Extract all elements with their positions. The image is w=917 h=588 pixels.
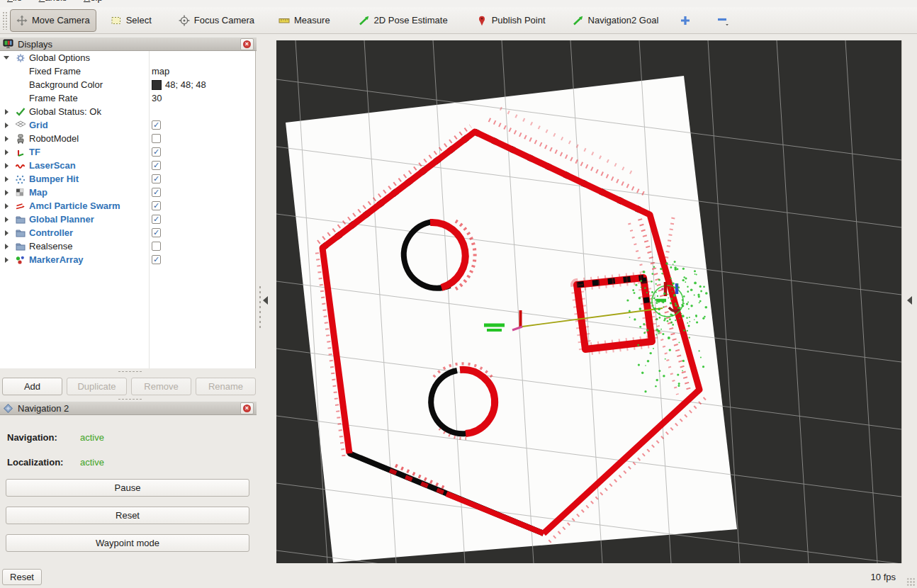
amcl-checkbox[interactable] [152,201,161,210]
navigation-status-value: active [80,432,104,443]
duplicate-button[interactable]: Duplicate [67,378,127,395]
add-button[interactable]: Add [2,378,62,395]
3d-viewport[interactable] [276,40,901,563]
expander-right-icon[interactable] [3,203,10,209]
remove-tool-button[interactable] [711,10,735,31]
laserscan-icon [15,161,26,171]
expander-right-icon[interactable] [3,123,10,128]
bumper-hit-checkbox[interactable] [152,174,161,183]
displays-tree[interactable]: Global Options Fixed Frame map Backgroun… [0,51,256,368]
nav2-close-button[interactable] [240,402,254,414]
expander-right-icon[interactable] [3,217,10,222]
controller-checkbox[interactable] [152,228,161,237]
expander-down-icon[interactable] [3,56,10,60]
menu-panels[interactable]: Panels [39,0,67,3]
pose-estimate-label: 2D Pose Estimate [374,15,448,26]
splitter-handle[interactable] [118,371,142,373]
background-color-value[interactable]: 48; 48; 48 [165,79,206,90]
frame-rate-value[interactable]: 30 [152,93,162,103]
pause-button[interactable]: Pause [6,479,249,497]
tree-row-markerarray[interactable]: MarkerArray [0,253,255,266]
right-panel-strip[interactable] [901,40,917,563]
publish-point-pin-icon [476,15,488,26]
tree-row-fixed-frame[interactable]: Fixed Frame map [0,64,255,78]
move-camera-icon [16,15,28,26]
expander-right-icon[interactable] [3,244,10,249]
reset-nav-button[interactable]: Reset [6,507,249,524]
tree-row-laserscan[interactable]: LaserScan [0,159,255,172]
expander-right-icon[interactable] [3,109,10,115]
displays-panel-header[interactable]: Displays [0,37,257,51]
tree-row-map[interactable]: Map [0,186,255,199]
resize-grip[interactable] [906,577,916,587]
expander-right-icon[interactable] [3,257,10,263]
3d-scene [276,40,901,563]
status-bar: Reset 10 fps [0,563,917,588]
tree-row-amcl[interactable]: Amcl Particle Swarm [0,199,255,213]
remove-button[interactable]: Remove [131,378,191,395]
tree-row-bumper-hit[interactable]: Bumper Hit [0,172,255,186]
collapse-left-icon[interactable] [907,296,912,305]
focus-camera-tool[interactable]: Focus Camera [173,10,260,31]
map-icon [15,188,26,198]
display-label-global-planner: Global Planner [29,214,94,225]
expander-right-icon[interactable] [3,176,10,182]
tree-row-global-planner[interactable]: Global Planner [0,213,255,226]
toolbar: Move Camera Select Focus Camera Measure [0,7,917,34]
waypoint-mode-button[interactable]: Waypoint mode [6,534,249,552]
laserscan-checkbox[interactable] [152,161,161,170]
tree-row-realsense[interactable]: Realsense [0,239,255,253]
displays-panel-title: Displays [18,39,236,50]
reset-view-button[interactable]: Reset [2,569,42,585]
nav-goal-arrow-icon [573,15,584,26]
pose-estimate-tool[interactable]: 2D Pose Estimate [353,10,454,31]
grid-checkbox[interactable] [152,120,161,130]
nav2-panel-header[interactable]: Navigation 2 [0,401,257,415]
left-panel-column: Displays Global Options Fixed Frame map [0,37,257,563]
expander-right-icon[interactable] [3,230,10,236]
color-swatch[interactable] [152,80,162,90]
select-icon [111,15,122,26]
tree-row-global-status[interactable]: Global Status: Ok [0,105,255,118]
menu-file[interactable]: File [7,0,22,3]
expander-right-icon[interactable] [3,136,10,142]
display-label-bumper-hit: Bumper Hit [29,174,79,184]
realsense-checkbox[interactable] [152,242,161,251]
display-label-tf: TF [29,147,40,157]
expander-right-icon[interactable] [3,163,10,169]
tree-row-background-color[interactable]: Background Color 48; 48; 48 [0,78,255,91]
marker-array-icon [15,255,26,265]
expander-right-icon[interactable] [3,149,10,155]
robotmodel-checkbox[interactable] [152,134,161,143]
displays-close-button[interactable] [240,38,254,50]
bumper-hit-dots-icon [15,174,26,184]
tree-row-grid[interactable]: Grid [0,118,255,132]
tree-row-frame-rate[interactable]: Frame Rate 30 [0,91,255,105]
add-tool-button[interactable] [674,10,697,31]
fixed-frame-value[interactable]: map [152,66,169,77]
rename-button[interactable]: Rename [196,378,256,395]
close-icon [243,405,251,412]
collapse-left-icon[interactable] [263,296,268,305]
tree-row-global-options[interactable]: Global Options [0,51,255,64]
measure-tool[interactable]: Measure [273,10,336,31]
global-planner-checkbox[interactable] [152,215,161,224]
move-camera-tool[interactable]: Move Camera [10,9,96,32]
markerarray-checkbox[interactable] [152,255,161,264]
publish-point-label: Publish Point [492,15,546,26]
localization-status-label: Localization: [7,457,80,468]
publish-point-tool[interactable]: Publish Point [471,10,551,31]
tree-row-robotmodel[interactable]: RobotModel [0,132,255,145]
left-splitter[interactable] [257,37,276,563]
folder-icon [15,242,26,251]
nav-goal-tool[interactable]: Navigation2 Goal [567,10,665,31]
select-tool[interactable]: Select [105,10,157,31]
navigation-status-label: Navigation: [7,432,80,443]
tf-checkbox[interactable] [152,147,161,157]
map-checkbox[interactable] [152,188,161,197]
toolbar-drag-handle[interactable] [2,11,7,30]
expander-right-icon[interactable] [3,190,10,196]
tree-row-tf[interactable]: TF [0,145,255,159]
tree-row-controller[interactable]: Controller [0,226,255,239]
menu-help[interactable]: Help [84,0,103,3]
